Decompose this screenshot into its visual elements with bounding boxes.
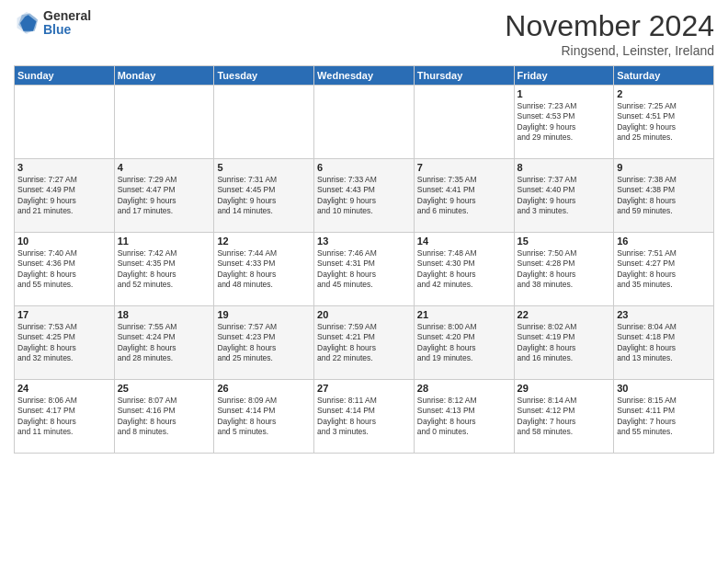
col-wednesday: Wednesday	[314, 66, 415, 86]
day-number: 16	[617, 236, 711, 247]
table-row: 9Sunrise: 7:38 AM Sunset: 4:38 PM Daylig…	[614, 159, 714, 233]
day-info: Sunrise: 8:14 AM Sunset: 4:12 PM Dayligh…	[518, 396, 611, 438]
title-block: November 2024 Ringsend, Leinster, Irelan…	[505, 9, 714, 58]
day-info: Sunrise: 8:11 AM Sunset: 4:14 PM Dayligh…	[317, 396, 411, 438]
day-number: 12	[217, 236, 311, 247]
day-info: Sunrise: 7:59 AM Sunset: 4:21 PM Dayligh…	[317, 322, 411, 364]
table-row: 29Sunrise: 8:14 AM Sunset: 4:12 PM Dayli…	[514, 380, 614, 454]
day-info: Sunrise: 7:42 AM Sunset: 4:35 PM Dayligh…	[118, 248, 211, 291]
day-info: Sunrise: 8:04 AM Sunset: 4:18 PM Dayligh…	[617, 322, 711, 364]
table-row	[314, 86, 415, 159]
day-info: Sunrise: 7:25 AM Sunset: 4:51 PM Dayligh…	[617, 101, 711, 144]
day-number: 25	[118, 383, 211, 394]
table-row: 26Sunrise: 8:09 AM Sunset: 4:14 PM Dayli…	[214, 380, 314, 454]
day-number: 29	[518, 383, 611, 394]
calendar-week-row: 17Sunrise: 7:53 AM Sunset: 4:25 PM Dayli…	[15, 306, 714, 380]
table-row: 11Sunrise: 7:42 AM Sunset: 4:35 PM Dayli…	[114, 233, 214, 306]
logo-blue-text: Blue	[43, 23, 91, 37]
table-row: 14Sunrise: 7:48 AM Sunset: 4:30 PM Dayli…	[414, 233, 514, 306]
col-friday: Friday	[514, 66, 614, 86]
logo-text: General Blue	[43, 9, 91, 38]
day-number: 9	[617, 162, 711, 173]
col-saturday: Saturday	[614, 66, 714, 86]
day-info: Sunrise: 7:57 AM Sunset: 4:23 PM Dayligh…	[217, 322, 311, 364]
table-row: 5Sunrise: 7:31 AM Sunset: 4:45 PM Daylig…	[214, 159, 314, 233]
table-row: 1Sunrise: 7:23 AM Sunset: 4:53 PM Daylig…	[514, 86, 614, 159]
table-row: 30Sunrise: 8:15 AM Sunset: 4:11 PM Dayli…	[614, 380, 714, 454]
logo-icon	[14, 10, 40, 36]
day-number: 23	[617, 309, 711, 320]
table-row: 19Sunrise: 7:57 AM Sunset: 4:23 PM Dayli…	[214, 306, 314, 380]
table-row: 10Sunrise: 7:40 AM Sunset: 4:36 PM Dayli…	[15, 233, 115, 306]
day-info: Sunrise: 8:00 AM Sunset: 4:20 PM Dayligh…	[417, 322, 511, 364]
day-info: Sunrise: 7:53 AM Sunset: 4:25 PM Dayligh…	[17, 322, 111, 364]
day-number: 28	[417, 383, 511, 394]
day-number: 7	[417, 162, 511, 173]
day-info: Sunrise: 7:29 AM Sunset: 4:47 PM Dayligh…	[118, 175, 211, 217]
table-row: 28Sunrise: 8:12 AM Sunset: 4:13 PM Dayli…	[414, 380, 514, 454]
location: Ringsend, Leinster, Ireland	[505, 43, 714, 58]
day-number: 30	[617, 383, 711, 394]
day-number: 2	[617, 88, 711, 99]
day-info: Sunrise: 7:35 AM Sunset: 4:41 PM Dayligh…	[417, 175, 511, 217]
header: General Blue November 2024 Ringsend, Lei…	[14, 9, 714, 58]
day-number: 15	[518, 236, 611, 247]
day-number: 19	[217, 309, 311, 320]
day-info: Sunrise: 8:06 AM Sunset: 4:17 PM Dayligh…	[17, 396, 111, 438]
table-row: 22Sunrise: 8:02 AM Sunset: 4:19 PM Dayli…	[514, 306, 614, 380]
col-sunday: Sunday	[15, 66, 115, 86]
day-info: Sunrise: 7:38 AM Sunset: 4:38 PM Dayligh…	[617, 175, 711, 217]
col-tuesday: Tuesday	[214, 66, 314, 86]
day-number: 21	[417, 309, 511, 320]
calendar-week-row: 3Sunrise: 7:27 AM Sunset: 4:49 PM Daylig…	[15, 159, 714, 233]
table-row: 2Sunrise: 7:25 AM Sunset: 4:51 PM Daylig…	[614, 86, 714, 159]
day-info: Sunrise: 7:37 AM Sunset: 4:40 PM Dayligh…	[518, 175, 611, 217]
table-row: 21Sunrise: 8:00 AM Sunset: 4:20 PM Dayli…	[414, 306, 514, 380]
day-number: 14	[417, 236, 511, 247]
table-row: 15Sunrise: 7:50 AM Sunset: 4:28 PM Dayli…	[514, 233, 614, 306]
day-info: Sunrise: 7:50 AM Sunset: 4:28 PM Dayligh…	[518, 248, 611, 291]
day-number: 6	[317, 162, 411, 173]
month-title: November 2024	[505, 9, 714, 43]
table-row: 8Sunrise: 7:37 AM Sunset: 4:40 PM Daylig…	[514, 159, 614, 233]
table-row: 25Sunrise: 8:07 AM Sunset: 4:16 PM Dayli…	[114, 380, 214, 454]
day-info: Sunrise: 7:44 AM Sunset: 4:33 PM Dayligh…	[217, 248, 311, 291]
calendar: Sunday Monday Tuesday Wednesday Thursday…	[14, 65, 714, 454]
table-row: 27Sunrise: 8:11 AM Sunset: 4:14 PM Dayli…	[314, 380, 415, 454]
day-info: Sunrise: 8:12 AM Sunset: 4:13 PM Dayligh…	[417, 396, 511, 438]
table-row: 24Sunrise: 8:06 AM Sunset: 4:17 PM Dayli…	[15, 380, 115, 454]
table-row: 4Sunrise: 7:29 AM Sunset: 4:47 PM Daylig…	[114, 159, 214, 233]
day-number: 5	[217, 162, 311, 173]
day-number: 27	[317, 383, 411, 394]
day-info: Sunrise: 7:40 AM Sunset: 4:36 PM Dayligh…	[17, 248, 111, 291]
day-info: Sunrise: 7:48 AM Sunset: 4:30 PM Dayligh…	[417, 248, 511, 291]
day-number: 10	[17, 236, 111, 247]
day-info: Sunrise: 8:07 AM Sunset: 4:16 PM Dayligh…	[118, 396, 211, 438]
table-row	[114, 86, 214, 159]
day-info: Sunrise: 8:09 AM Sunset: 4:14 PM Dayligh…	[217, 396, 311, 438]
calendar-week-row: 10Sunrise: 7:40 AM Sunset: 4:36 PM Dayli…	[15, 233, 714, 306]
table-row: 7Sunrise: 7:35 AM Sunset: 4:41 PM Daylig…	[414, 159, 514, 233]
calendar-week-row: 24Sunrise: 8:06 AM Sunset: 4:17 PM Dayli…	[15, 380, 714, 454]
table-row: 6Sunrise: 7:33 AM Sunset: 4:43 PM Daylig…	[314, 159, 415, 233]
table-row: 20Sunrise: 7:59 AM Sunset: 4:21 PM Dayli…	[314, 306, 415, 380]
day-info: Sunrise: 7:33 AM Sunset: 4:43 PM Dayligh…	[317, 175, 411, 217]
col-monday: Monday	[114, 66, 214, 86]
table-row: 3Sunrise: 7:27 AM Sunset: 4:49 PM Daylig…	[15, 159, 115, 233]
day-number: 4	[118, 162, 211, 173]
day-info: Sunrise: 7:23 AM Sunset: 4:53 PM Dayligh…	[518, 101, 611, 144]
calendar-header-row: Sunday Monday Tuesday Wednesday Thursday…	[15, 66, 714, 86]
day-number: 11	[118, 236, 211, 247]
table-row: 17Sunrise: 7:53 AM Sunset: 4:25 PM Dayli…	[15, 306, 115, 380]
table-row: 12Sunrise: 7:44 AM Sunset: 4:33 PM Dayli…	[214, 233, 314, 306]
day-info: Sunrise: 8:15 AM Sunset: 4:11 PM Dayligh…	[617, 396, 711, 438]
logo-general-text: General	[43, 9, 91, 23]
table-row	[214, 86, 314, 159]
day-number: 3	[17, 162, 111, 173]
day-info: Sunrise: 7:46 AM Sunset: 4:31 PM Dayligh…	[317, 248, 411, 291]
day-info: Sunrise: 8:02 AM Sunset: 4:19 PM Dayligh…	[518, 322, 611, 364]
day-info: Sunrise: 7:51 AM Sunset: 4:27 PM Dayligh…	[617, 248, 711, 291]
day-info: Sunrise: 7:27 AM Sunset: 4:49 PM Dayligh…	[17, 175, 111, 217]
day-number: 18	[118, 309, 211, 320]
day-info: Sunrise: 7:31 AM Sunset: 4:45 PM Dayligh…	[217, 175, 311, 217]
